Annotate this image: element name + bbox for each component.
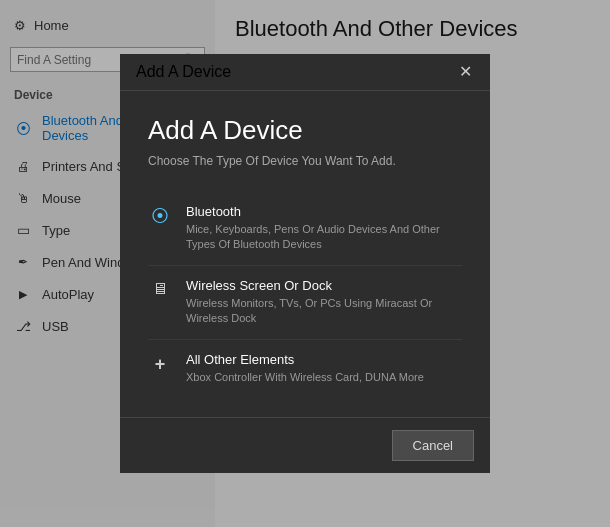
add-device-modal: Add A Device ✕ Add A Device Choose The T… bbox=[120, 54, 490, 473]
modal-heading: Add A Device bbox=[148, 115, 462, 146]
modal-subtext: Choose The Type Of Device You Want To Ad… bbox=[148, 154, 462, 168]
monitor-option-icon: 🖥 bbox=[148, 280, 172, 298]
other-option-text: All Other Elements Xbox Controller With … bbox=[186, 352, 462, 385]
wireless-option-title: Wireless Screen Or Dock bbox=[186, 278, 462, 293]
modal-body: Add A Device Choose The Type Of Device Y… bbox=[120, 91, 490, 417]
device-option-bluetooth[interactable]: ⦿ Bluetooth Mice, Keyboards, Pens Or Aud… bbox=[148, 192, 462, 266]
modal-close-button[interactable]: ✕ bbox=[453, 62, 478, 82]
wireless-option-text: Wireless Screen Or Dock Wireless Monitor… bbox=[186, 278, 462, 327]
cancel-button[interactable]: Cancel bbox=[392, 430, 474, 461]
device-option-other[interactable]: + All Other Elements Xbox Controller Wit… bbox=[148, 340, 462, 397]
bluetooth-option-text: Bluetooth Mice, Keyboards, Pens Or Audio… bbox=[186, 204, 462, 253]
other-option-desc: Xbox Controller With Wireless Card, DUNA… bbox=[186, 370, 462, 385]
plus-option-icon: + bbox=[148, 354, 172, 375]
modal-titlebar: Add A Device ✕ bbox=[120, 54, 490, 91]
bluetooth-option-icon: ⦿ bbox=[148, 206, 172, 227]
bluetooth-option-title: Bluetooth bbox=[186, 204, 462, 219]
modal-overlay: Add A Device ✕ Add A Device Choose The T… bbox=[0, 0, 610, 527]
other-option-title: All Other Elements bbox=[186, 352, 462, 367]
wireless-option-desc: Wireless Monitors, TVs, Or PCs Using Mir… bbox=[186, 296, 462, 327]
modal-footer: Cancel bbox=[120, 417, 490, 473]
bluetooth-option-desc: Mice, Keyboards, Pens Or Audio Devices A… bbox=[186, 222, 462, 253]
device-option-wireless[interactable]: 🖥 Wireless Screen Or Dock Wireless Monit… bbox=[148, 266, 462, 340]
modal-title: Add A Device bbox=[136, 63, 231, 81]
